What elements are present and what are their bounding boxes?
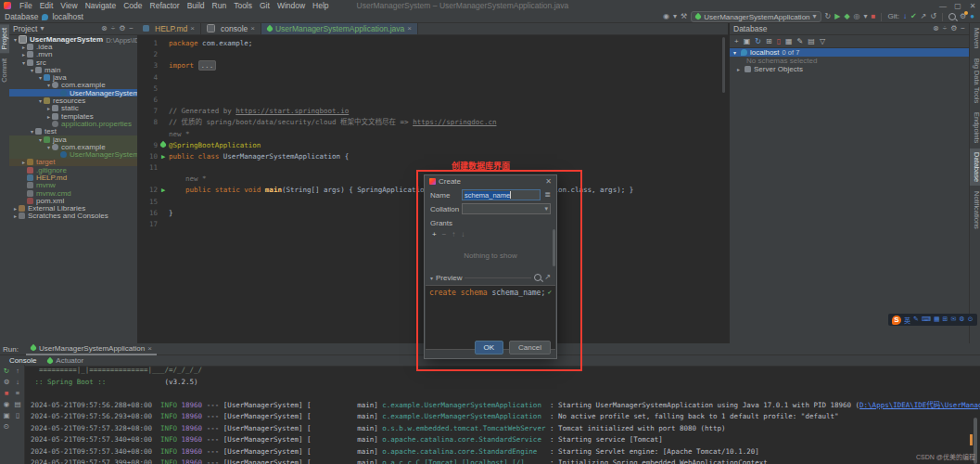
- menu-view[interactable]: View: [57, 1, 81, 10]
- collapse-all-icon[interactable]: ÷: [943, 24, 947, 33]
- expand-arrow-icon[interactable]: ▾: [37, 97, 44, 104]
- add-grant-icon[interactable]: +: [432, 230, 437, 239]
- restore-layout-icon[interactable]: ▣: [3, 412, 9, 419]
- expand-arrow-icon[interactable]: ▾: [45, 144, 52, 150]
- cancel-button[interactable]: Cancel: [509, 341, 551, 354]
- menu-navigate[interactable]: Navigate: [82, 1, 121, 10]
- run-line-icon[interactable]: ▶: [161, 187, 165, 194]
- tree-item[interactable]: ▾test: [9, 128, 137, 135]
- menu-build[interactable]: Build: [184, 1, 209, 10]
- locate-icon[interactable]: ⊗: [101, 24, 108, 33]
- ime-icon[interactable]: ▦: [934, 316, 940, 325]
- expand-arrow-icon[interactable]: ▾: [37, 74, 44, 81]
- git-commit-icon[interactable]: ✔: [910, 12, 917, 21]
- maximize-button[interactable]: ▢: [950, 2, 965, 10]
- settings-icon[interactable]: ⚙: [950, 24, 957, 33]
- soft-wrap-icon[interactable]: ≡: [16, 390, 19, 397]
- toolwindow-database[interactable]: Database: [970, 148, 980, 186]
- tree-item[interactable]: ▸.mvn: [9, 51, 137, 58]
- sync-icon[interactable]: ↻: [755, 37, 761, 46]
- run-icon[interactable]: ▶: [834, 12, 840, 21]
- open-in-editor-icon[interactable]: ↗: [544, 273, 551, 282]
- expand-arrow-icon[interactable]: ▸: [12, 213, 19, 219]
- expand-arrow-icon[interactable]: ▸: [45, 105, 52, 111]
- close-tab-icon[interactable]: ×: [250, 24, 255, 32]
- jump-to-query-icon[interactable]: ⊞: [766, 37, 772, 46]
- sogou-logo-icon[interactable]: S: [892, 316, 901, 325]
- settings-icon[interactable]: ⚙: [4, 379, 10, 386]
- expand-arrow-icon[interactable]: ▾: [29, 67, 35, 73]
- expand-arrow-icon[interactable]: ▾: [37, 136, 44, 143]
- up-stack-icon[interactable]: ↑: [16, 367, 19, 375]
- breadcrumb-database[interactable]: Database: [5, 12, 38, 21]
- move-down-icon[interactable]: ↓: [461, 230, 465, 239]
- menu-code[interactable]: Code: [120, 1, 146, 10]
- preview-expand-icon[interactable]: ▾: [430, 275, 433, 281]
- tab-console[interactable]: Console: [9, 356, 36, 365]
- project-dropdown-icon[interactable]: ▾: [40, 24, 44, 33]
- scroll-end-icon[interactable]: ▤: [14, 401, 20, 408]
- edit-icon[interactable]: ✎: [797, 37, 804, 46]
- comment-link[interactable]: https://springdoc.cn: [413, 118, 496, 126]
- menu-refactor[interactable]: Refactor: [146, 1, 184, 10]
- gutter-icon[interactable]: ▶: [158, 185, 169, 196]
- dialog-title-bar[interactable]: Create ✕: [425, 175, 556, 187]
- close-tab-icon[interactable]: ×: [407, 24, 412, 32]
- tab-actuator[interactable]: Actuator: [47, 356, 83, 365]
- gutter-icon[interactable]: ▶: [158, 151, 169, 162]
- pin-icon[interactable]: ⊙: [4, 423, 9, 431]
- build-hammer-icon[interactable]: ⚒: [681, 12, 687, 21]
- expand-arrow-icon[interactable]: ▾: [20, 59, 27, 66]
- menu-run[interactable]: Run: [209, 1, 231, 10]
- settings-icon[interactable]: ⚙: [119, 24, 125, 33]
- git-rollback-icon[interactable]: ↺: [930, 12, 936, 21]
- tree-item[interactable]: HELP.md: [9, 174, 137, 181]
- input-method-toolbar[interactable]: S 英✎⌨▦⊞✉⚙⊙: [888, 314, 977, 326]
- locate-icon[interactable]: ⊗: [933, 24, 939, 33]
- dump-threads-icon[interactable]: ◉: [4, 401, 10, 408]
- menu-edit[interactable]: Edit: [36, 1, 57, 10]
- editor-scrollbar[interactable]: [722, 37, 725, 93]
- project-panel-title[interactable]: Project: [13, 24, 37, 33]
- rerun-icon[interactable]: ↻: [4, 367, 9, 375]
- close-button[interactable]: ✕: [965, 2, 980, 10]
- breadcrumb[interactable]: Database localhost: [0, 12, 83, 21]
- tree-item[interactable]: ▾UserManagerSystemD:\Apps\IDEA\IDE代码\Use…: [9, 35, 137, 43]
- expand-arrow-icon[interactable]: ▾: [45, 82, 52, 88]
- hide-icon[interactable]: −: [961, 24, 965, 33]
- run-line-icon[interactable]: ▶: [161, 153, 165, 161]
- toolwindow-big-data-tools[interactable]: Big Data Tools: [970, 55, 980, 107]
- menu-help[interactable]: Help: [309, 1, 332, 10]
- search-everywhere-icon[interactable]: [948, 13, 956, 20]
- diagram-icon[interactable]: ▦: [785, 37, 793, 46]
- stop-icon[interactable]: ■: [5, 390, 9, 397]
- code-with-me-icon[interactable]: ●: [970, 12, 974, 21]
- tree-item[interactable]: ▸target: [9, 159, 137, 166]
- expand-arrow-icon[interactable]: ▾: [29, 128, 35, 135]
- breadcrumb-host[interactable]: localhost: [52, 12, 83, 21]
- expand-arrow-icon[interactable]: ▸: [20, 159, 27, 165]
- remove-grant-icon[interactable]: −: [442, 230, 447, 239]
- git-push-icon[interactable]: ↗: [921, 12, 927, 21]
- toolwindow-maven[interactable]: Maven: [970, 24, 980, 53]
- delete-icon[interactable]: ▯: [777, 37, 781, 46]
- ime-icon[interactable]: ⚙: [959, 316, 964, 325]
- ime-icon[interactable]: ✉: [950, 316, 956, 325]
- add-datasource-icon[interactable]: +: [734, 37, 739, 46]
- tree-item[interactable]: application.properties: [9, 120, 137, 127]
- db-tree-item-localhost[interactable]: ▾ localhost 0 of 7: [730, 48, 969, 57]
- expand-arrow-icon[interactable]: ▾: [12, 36, 19, 43]
- editor-tab[interactable]: console×: [201, 22, 261, 34]
- dialog-close-icon[interactable]: ✕: [545, 177, 552, 186]
- tree-item[interactable]: ▸Scratches and Consoles: [9, 213, 137, 220]
- debug-icon[interactable]: ◆: [844, 12, 849, 21]
- run-config-selector[interactable]: UserManagerSystemApplication ▾: [691, 11, 821, 22]
- toolwindow-notifications[interactable]: Notifications: [970, 187, 980, 233]
- expand-arrow-icon[interactable]: ▸: [12, 205, 19, 212]
- toolwindow-commit[interactable]: Commit: [0, 55, 9, 86]
- collapse-all-icon[interactable]: ÷: [111, 24, 115, 33]
- editor-tab[interactable]: UserManagerSystemApplication.java×: [261, 22, 418, 34]
- log-file-link[interactable]: D:\Apps\IDEA\IDE代码\UserManagerSy: [859, 401, 980, 409]
- name-input[interactable]: schema_name: [462, 189, 541, 200]
- filter-icon[interactable]: ▽: [820, 37, 825, 46]
